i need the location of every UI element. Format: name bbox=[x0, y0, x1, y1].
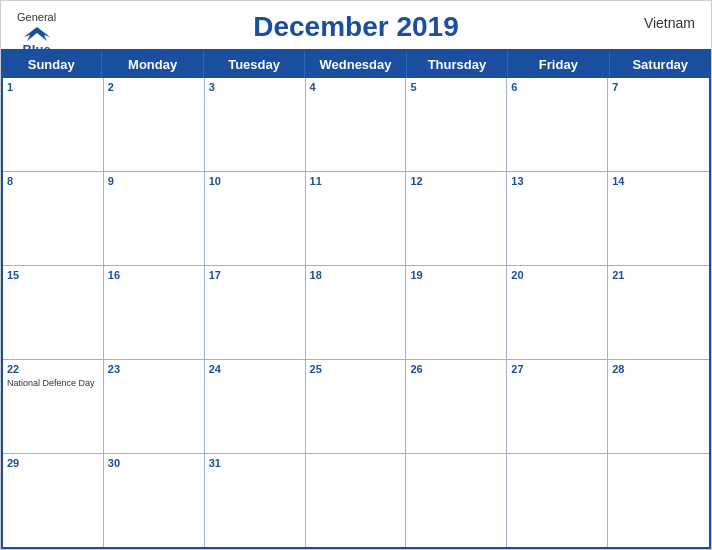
day-cell: 6 bbox=[507, 78, 608, 171]
day-header-wednesday: Wednesday bbox=[305, 51, 406, 78]
calendar-page: General Blue December 2019 Vietnam Sunda… bbox=[0, 0, 712, 550]
day-number: 13 bbox=[511, 174, 603, 188]
day-cell: 10 bbox=[205, 172, 306, 265]
week-row-5: 293031 bbox=[3, 454, 709, 547]
day-number: 28 bbox=[612, 362, 705, 376]
day-number: 31 bbox=[209, 456, 301, 470]
day-number: 29 bbox=[7, 456, 99, 470]
day-number: 27 bbox=[511, 362, 603, 376]
day-cell bbox=[406, 454, 507, 547]
day-header-thursday: Thursday bbox=[407, 51, 508, 78]
day-headers-row: SundayMondayTuesdayWednesdayThursdayFrid… bbox=[1, 51, 711, 78]
week-row-1: 1234567 bbox=[3, 78, 709, 172]
day-number: 9 bbox=[108, 174, 200, 188]
day-number: 21 bbox=[612, 268, 705, 282]
day-number: 23 bbox=[108, 362, 200, 376]
week-row-3: 15161718192021 bbox=[3, 266, 709, 360]
day-cell: 27 bbox=[507, 360, 608, 453]
day-number: 12 bbox=[410, 174, 502, 188]
day-cell: 2 bbox=[104, 78, 205, 171]
calendar-country: Vietnam bbox=[644, 15, 695, 31]
day-cell: 26 bbox=[406, 360, 507, 453]
day-number: 18 bbox=[310, 268, 402, 282]
day-cell: 25 bbox=[306, 360, 407, 453]
week-row-2: 891011121314 bbox=[3, 172, 709, 266]
day-number: 6 bbox=[511, 80, 603, 94]
day-number: 24 bbox=[209, 362, 301, 376]
day-cell: 3 bbox=[205, 78, 306, 171]
day-number: 16 bbox=[108, 268, 200, 282]
calendar-header: General Blue December 2019 Vietnam bbox=[1, 1, 711, 49]
calendar-grid: SundayMondayTuesdayWednesdayThursdayFrid… bbox=[1, 49, 711, 549]
day-cell: 23 bbox=[104, 360, 205, 453]
day-cell: 22National Defence Day bbox=[3, 360, 104, 453]
day-cell bbox=[507, 454, 608, 547]
day-number: 14 bbox=[612, 174, 705, 188]
day-number: 7 bbox=[612, 80, 705, 94]
day-number: 19 bbox=[410, 268, 502, 282]
day-cell: 29 bbox=[3, 454, 104, 547]
day-number: 5 bbox=[410, 80, 502, 94]
day-number: 2 bbox=[108, 80, 200, 94]
day-cell: 7 bbox=[608, 78, 709, 171]
day-number: 22 bbox=[7, 362, 99, 376]
day-cell: 11 bbox=[306, 172, 407, 265]
day-cell: 9 bbox=[104, 172, 205, 265]
logo-blue: Blue bbox=[22, 43, 50, 57]
day-cell: 5 bbox=[406, 78, 507, 171]
calendar-weeks: 12345678910111213141516171819202122Natio… bbox=[1, 78, 711, 549]
day-cell: 28 bbox=[608, 360, 709, 453]
logo-bird-icon bbox=[22, 23, 52, 43]
day-number: 10 bbox=[209, 174, 301, 188]
day-cell: 30 bbox=[104, 454, 205, 547]
logo-general: General bbox=[17, 11, 56, 23]
day-cell: 19 bbox=[406, 266, 507, 359]
day-number: 20 bbox=[511, 268, 603, 282]
day-cell: 31 bbox=[205, 454, 306, 547]
day-header-tuesday: Tuesday bbox=[204, 51, 305, 78]
calendar-title: December 2019 bbox=[253, 11, 458, 43]
day-number: 11 bbox=[310, 174, 402, 188]
day-cell: 18 bbox=[306, 266, 407, 359]
day-cell: 14 bbox=[608, 172, 709, 265]
day-cell: 12 bbox=[406, 172, 507, 265]
day-cell bbox=[608, 454, 709, 547]
day-cell: 15 bbox=[3, 266, 104, 359]
day-number: 4 bbox=[310, 80, 402, 94]
day-cell bbox=[306, 454, 407, 547]
day-number: 26 bbox=[410, 362, 502, 376]
day-header-friday: Friday bbox=[508, 51, 609, 78]
day-number: 1 bbox=[7, 80, 99, 94]
week-row-4: 22National Defence Day232425262728 bbox=[3, 360, 709, 454]
holiday-label: National Defence Day bbox=[7, 378, 99, 389]
day-header-monday: Monday bbox=[102, 51, 203, 78]
day-number: 3 bbox=[209, 80, 301, 94]
svg-marker-0 bbox=[24, 27, 50, 41]
day-cell: 1 bbox=[3, 78, 104, 171]
day-number: 17 bbox=[209, 268, 301, 282]
day-number: 30 bbox=[108, 456, 200, 470]
day-header-saturday: Saturday bbox=[610, 51, 711, 78]
day-cell: 16 bbox=[104, 266, 205, 359]
day-number: 8 bbox=[7, 174, 99, 188]
day-cell: 8 bbox=[3, 172, 104, 265]
day-number: 25 bbox=[310, 362, 402, 376]
day-number: 15 bbox=[7, 268, 99, 282]
day-cell: 24 bbox=[205, 360, 306, 453]
day-cell: 21 bbox=[608, 266, 709, 359]
day-cell: 20 bbox=[507, 266, 608, 359]
day-cell: 4 bbox=[306, 78, 407, 171]
day-cell: 13 bbox=[507, 172, 608, 265]
generalblue-logo: General Blue bbox=[17, 11, 56, 57]
day-cell: 17 bbox=[205, 266, 306, 359]
